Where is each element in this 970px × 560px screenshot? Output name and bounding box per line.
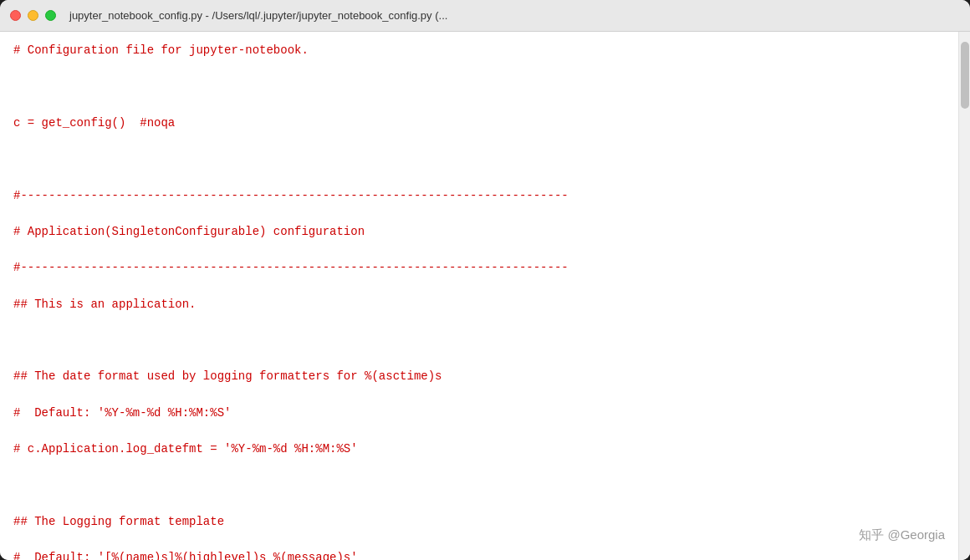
code-line: c = get_config() #noqa bbox=[13, 115, 945, 133]
code-line: # Default: '%Y-%m-%d %H:%M:%S' bbox=[13, 405, 945, 423]
code-line bbox=[13, 78, 945, 96]
code-line bbox=[13, 150, 945, 169]
minimize-button[interactable] bbox=[28, 10, 38, 21]
window-title: jupyter_notebook_config.py - /Users/lql/… bbox=[69, 9, 447, 22]
code-line: ## The date format used by logging forma… bbox=[13, 368, 945, 386]
close-button[interactable] bbox=[10, 10, 21, 21]
title-bar: jupyter_notebook_config.py - /Users/lql/… bbox=[0, 0, 970, 32]
code-line: # c.Application.log_datefmt = '%Y-%m-%d … bbox=[13, 440, 945, 459]
watermark: 知乎 @Georgia bbox=[859, 527, 945, 543]
code-line: ## The Logging format template bbox=[13, 513, 945, 532]
editor-area: # Configuration file for jupyter-noteboo… bbox=[0, 32, 970, 560]
code-line: # Configuration file for jupyter-noteboo… bbox=[13, 42, 945, 60]
code-line bbox=[13, 332, 945, 350]
code-line: ## This is an application. bbox=[13, 296, 945, 314]
code-line: #---------------------------------------… bbox=[13, 187, 945, 206]
code-content[interactable]: # Configuration file for jupyter-noteboo… bbox=[0, 32, 958, 560]
scrollbar-thumb[interactable] bbox=[961, 42, 969, 109]
code-block: # Configuration file for jupyter-noteboo… bbox=[13, 42, 945, 560]
window: jupyter_notebook_config.py - /Users/lql/… bbox=[0, 0, 970, 560]
scrollbar[interactable] bbox=[958, 32, 970, 560]
code-line: # Default: '[%(name)s]%(highlevel)s %(me… bbox=[13, 549, 945, 560]
code-line bbox=[13, 477, 945, 496]
code-line: # Application(SingletonConfigurable) con… bbox=[13, 223, 945, 242]
maximize-button[interactable] bbox=[45, 10, 56, 21]
code-line: #---------------------------------------… bbox=[13, 259, 945, 277]
